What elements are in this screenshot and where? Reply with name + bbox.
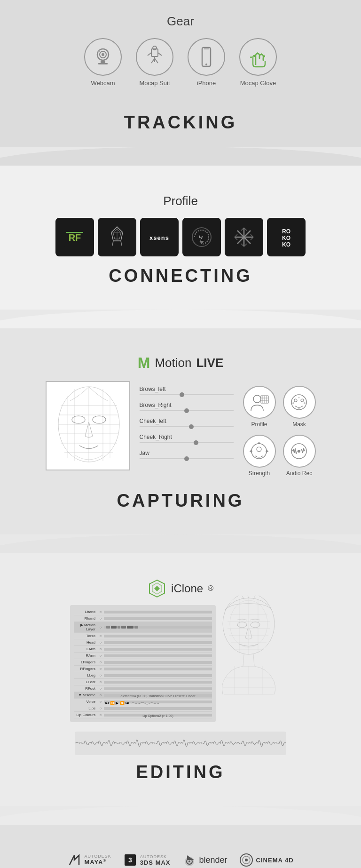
tl-row-lfoot: LFoot ○	[74, 679, 212, 685]
mask-capture-label: Mask	[292, 421, 306, 428]
svg-line-117	[243, 654, 244, 666]
capture-icons-grid: Profile Mask	[243, 381, 316, 477]
timeline-panel: Lhand ○ Rhand ○ ▶ Motion Layer ○	[70, 605, 216, 722]
gear-item-iphone: iPhone	[188, 38, 225, 87]
autodesk-text-3dsmax: AUTODESK	[140, 854, 171, 859]
rokoko-logo-icon: RO KO KO	[272, 223, 300, 251]
export-logos-row1: AUTODESK MAYA® 3 AUTODESK 3DS MAX	[19, 853, 342, 867]
audio-rec-capture-label: Audio Rec	[286, 470, 312, 477]
gear-title: Gear	[19, 14, 342, 29]
export-logo-maya: AUTODESK MAYA®	[67, 853, 111, 867]
profile-icon-reallusion[interactable]: RF	[55, 218, 94, 256]
iphone-icon-circle	[188, 38, 225, 76]
svg-point-2	[102, 53, 104, 56]
mask-icon-circle[interactable]	[283, 386, 316, 419]
svg-point-82	[298, 407, 300, 409]
brows-left-label: Brows_left	[140, 386, 234, 392]
gear-icons-row: Webcam Mocap Suit	[19, 38, 342, 87]
mocap-glove-label: Mocap Glove	[240, 80, 276, 87]
svg-point-83	[251, 444, 267, 459]
tl-row-motion-layer: ▶ Motion Layer ○	[74, 622, 212, 633]
mocap-glove-icon	[246, 45, 270, 69]
svg-point-3	[98, 50, 100, 52]
iclone-header: iClone ®	[19, 579, 342, 598]
svg-point-80	[304, 402, 306, 404]
profile-icon-kinect[interactable]	[225, 218, 263, 256]
svg-line-96	[296, 451, 297, 454]
connecting-title: CONNECTING	[19, 266, 342, 286]
tl-row-lip-colours: Lip Colours ○ Lip Options2 (> 1.00)	[74, 712, 212, 718]
iphone-label: iPhone	[197, 80, 216, 87]
iclone-text: iClone	[171, 582, 203, 595]
svg-rect-4	[101, 61, 105, 63]
tracking-section: Gear Webcam	[0, 0, 361, 147]
blender-text: blender	[199, 855, 228, 865]
cinema4d-text: CINEMA 4D	[256, 857, 294, 864]
tl-row-larm: LArm ○	[74, 646, 212, 653]
cinema4d-logo-icon	[239, 853, 253, 867]
iclone-trademark: ®	[208, 584, 213, 593]
svg-marker-86	[250, 450, 251, 453]
svg-line-10	[148, 53, 151, 56]
tl-row-lfingers: LFingers ○	[74, 659, 212, 666]
svg-marker-88	[267, 450, 268, 453]
faceware-logo-icon	[103, 223, 131, 251]
svg-line-8	[151, 58, 155, 63]
cheek-right-bar[interactable]	[140, 442, 234, 443]
svg-text:xsens: xsens	[149, 234, 169, 241]
mocap-glove-icon-circle	[239, 38, 277, 76]
profile-title: Profile	[19, 194, 342, 208]
svg-text:RO: RO	[282, 228, 290, 235]
svg-point-130	[188, 860, 190, 862]
gear-item-webcam: Webcam	[84, 38, 122, 87]
profile-icon-rokoko[interactable]: RO KO KO	[267, 218, 306, 256]
audio-rec-icon-circle[interactable]	[283, 435, 316, 468]
gear-item-mocap-suit: Mocap Suit	[136, 38, 173, 87]
maya-logo-icon	[67, 853, 81, 867]
profile-capture-icon	[249, 392, 270, 413]
jaw-bar[interactable]	[140, 458, 234, 459]
profile-icon-faceware[interactable]	[98, 218, 136, 256]
svg-line-11	[158, 53, 162, 56]
mocap-suit-label: Mocap Suit	[139, 80, 170, 87]
strength-icon-circle[interactable]	[243, 435, 276, 468]
lightning-logo-icon	[188, 223, 216, 251]
3dsmax-text: 3DS MAX	[140, 859, 171, 866]
profile-icon-circle[interactable]	[243, 386, 276, 419]
capture-icon-strength: Strength	[243, 435, 276, 477]
blender-logo-icon	[182, 853, 196, 867]
editing-content-row: Lhand ○ Rhand ○ ▶ Motion Layer ○	[19, 605, 342, 722]
brows-left-bar[interactable]	[140, 394, 234, 395]
strength-capture-icon	[249, 441, 270, 462]
audio-waveform	[75, 732, 286, 755]
cheek-left-bar[interactable]	[140, 426, 234, 427]
profile-icon-lightning[interactable]	[182, 218, 221, 256]
svg-point-81	[298, 397, 300, 398]
motion-live-header: M Motion LIVE	[19, 354, 342, 372]
export-logo-3dsmax: 3 AUTODESK 3DS MAX	[123, 853, 171, 867]
motion-live-m-icon: M	[138, 354, 150, 372]
face-control-brows-left: Brows_left	[140, 386, 234, 395]
profile-icons-row: RF xsens	[19, 218, 342, 256]
wave-2	[0, 310, 361, 328]
brows-right-bar[interactable]	[140, 410, 234, 411]
tl-row-lhand: Lhand ○	[74, 609, 212, 615]
profile-icon-xsens[interactable]: xsens	[140, 218, 179, 256]
face-mesh-svg	[47, 382, 130, 470]
svg-text:3: 3	[128, 856, 132, 864]
3dsmax-logo-icon: 3	[123, 853, 137, 867]
maya-text: MAYA®	[84, 859, 111, 866]
waveform-svg	[75, 732, 286, 755]
mocap-suit-icon-circle	[136, 38, 173, 76]
svg-point-133	[245, 859, 248, 861]
svg-marker-18	[260, 53, 262, 55]
svg-text:RF: RF	[69, 232, 81, 243]
svg-point-116	[251, 622, 260, 628]
capture-content-row: Brows_left Brows_Right Cheek_left Cheek_…	[19, 381, 342, 477]
gear-item-mocap-glove: Mocap Glove	[239, 38, 277, 87]
strength-capture-label: Strength	[249, 470, 270, 477]
svg-text:KO: KO	[282, 241, 290, 248]
svg-rect-5	[98, 63, 108, 64]
capture-icon-profile: Profile	[243, 386, 276, 428]
xsens-logo-icon: xsens	[145, 223, 173, 251]
